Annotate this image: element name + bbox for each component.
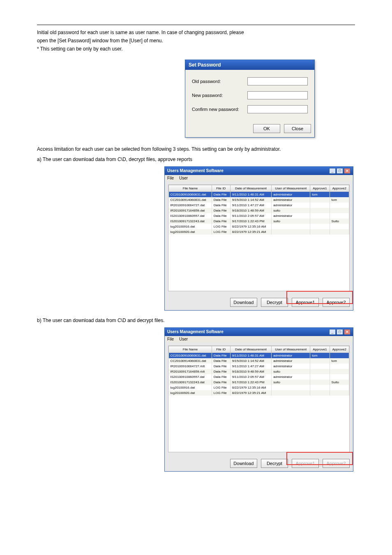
download-button[interactable]: Download [230, 298, 257, 307]
column-header[interactable]: Approve1 [310, 346, 330, 352]
cell [310, 369, 330, 374]
table-row[interactable]: IR20100910064727.datData File9/11/2010 1… [169, 203, 349, 208]
minimize-icon[interactable]: _ [329, 329, 336, 335]
cell: 9/15/2010 1:14:52 AM [230, 197, 271, 203]
cell: 9/11/2010 2:05:57 AM [230, 374, 271, 380]
app-window-a: Users Management Software _ □ ✕ File Use… [164, 166, 353, 311]
cell: log20100916.dat [169, 385, 212, 390]
table-row[interactable]: IR20100917164859.ridtData File9/18/2010 … [169, 369, 349, 374]
column-header[interactable]: File ID [212, 185, 230, 191]
table-row[interactable]: IS20100917132243.datData File9/17/2010 1… [169, 219, 349, 224]
close-button[interactable]: Close [284, 124, 311, 133]
bottom-bar: Download Decrypt Approve1 Approve2 [165, 456, 353, 471]
cell: Data File [212, 203, 230, 208]
column-header[interactable]: File Name [169, 185, 212, 191]
cell: Data File [212, 374, 230, 380]
maximize-icon[interactable]: □ [337, 329, 343, 335]
close-icon[interactable]: ✕ [344, 168, 350, 174]
column-header[interactable]: File ID [212, 346, 230, 352]
approve2-button[interactable]: Approve2 [323, 298, 350, 307]
column-header[interactable]: Date of Measurement [230, 185, 271, 191]
table-row[interactable]: CC20100914060831.datData File9/15/2010 1… [169, 197, 349, 203]
table-row[interactable]: CC20100914060831.datData File9/15/2010 1… [169, 358, 349, 364]
column-header[interactable]: Approve2 [330, 185, 349, 191]
cell: 9/11/2010 1:46:31 AM [230, 191, 271, 197]
table-row[interactable]: CC20100910060631.datData File9/11/2010 1… [169, 352, 349, 358]
cell: Data File [212, 369, 230, 374]
approve1-button[interactable]: Approve1 [292, 459, 319, 468]
close-icon[interactable]: ✕ [344, 329, 350, 335]
cell: Data File [212, 380, 230, 385]
cell: Data File [212, 208, 230, 213]
cell: 8/22/1979 12:35:21 AM [230, 229, 271, 235]
cell: 9/11/2010 1:46:31 AM [230, 352, 271, 358]
cell: tom [310, 191, 330, 197]
confirm-password-input[interactable] [247, 105, 308, 113]
bottom-bar: Download Decrypt Approve1 Approve2 [165, 295, 353, 310]
table-row[interactable]: log20100916.datLOG File8/22/1979 12:35:1… [169, 224, 349, 229]
minimize-icon[interactable]: _ [329, 168, 336, 174]
cell [330, 213, 349, 219]
cell: 9/11/2010 2:05:57 AM [230, 213, 271, 219]
app-title: Users Management Software [167, 168, 224, 173]
table-row[interactable]: IS20100910060557.datData File9/11/2010 2… [169, 213, 349, 219]
cell: administrator [272, 358, 310, 364]
new-password-label: New password: [192, 93, 247, 98]
table-row[interactable]: IS20100910060557.datData File9/11/2010 2… [169, 374, 349, 380]
table-row[interactable]: IR20100917164859.datData File9/18/2010 1… [169, 208, 349, 213]
cell [310, 385, 330, 390]
cell: LOG File [212, 229, 230, 235]
table-row[interactable]: IR20100910064727.ridtData File9/11/2010 … [169, 364, 349, 369]
decrypt-button[interactable]: Decrypt [261, 298, 288, 307]
column-header[interactable]: User of Measurement [272, 346, 310, 352]
cell: administrator [272, 374, 310, 380]
cell: suito [272, 208, 310, 213]
cell [310, 213, 330, 219]
column-header[interactable]: Date of Measurement [230, 346, 271, 352]
menu-file[interactable]: File [167, 337, 174, 341]
approve2-button[interactable]: Approve2 [323, 459, 350, 468]
cell: IR20100910064727.dat [169, 203, 212, 208]
menu-file[interactable]: File [167, 176, 174, 180]
download-button[interactable]: Download [230, 459, 257, 468]
titlebar: Users Management Software _ □ ✕ [165, 328, 353, 336]
decrypt-button[interactable]: Decrypt [261, 459, 288, 468]
old-password-input[interactable] [247, 77, 308, 85]
column-header[interactable]: File Name [169, 346, 212, 352]
cell: 9/17/2010 1:22:43 PM [230, 380, 271, 385]
cell [310, 374, 330, 380]
new-password-input[interactable] [247, 91, 308, 99]
column-header[interactable]: Approve1 [310, 185, 330, 191]
cell: Data File [212, 197, 230, 203]
maximize-icon[interactable]: □ [337, 168, 343, 174]
cell: tom [330, 197, 349, 203]
cell [272, 224, 310, 229]
titlebar: Users Management Software _ □ ✕ [165, 167, 353, 175]
cell: IS20100917132243.dat [169, 219, 212, 224]
cell [272, 390, 310, 396]
cell: 9/17/2010 1:22:43 PM [230, 219, 271, 224]
cell: IS20100917132243.dat [169, 380, 212, 385]
table-row[interactable]: log20100916.datLOG File8/22/1979 12:35:1… [169, 385, 349, 390]
cell: Data File [212, 352, 230, 358]
cell [330, 364, 349, 369]
file-table: File NameFile IDDate of MeasurementUser … [168, 346, 349, 396]
column-header[interactable]: Approve2 [330, 346, 349, 352]
cell: tom [310, 352, 330, 358]
cell: administrator [272, 197, 310, 203]
table-row[interactable]: log20100920.datLOG File8/22/1979 12:35:2… [169, 390, 349, 396]
cell: 8/22/1979 12:35:21 AM [230, 390, 271, 396]
table-row[interactable]: CC20100910060631.datData File9/11/2010 1… [169, 191, 349, 197]
menu-user[interactable]: User [179, 337, 188, 341]
cell: Data File [212, 364, 230, 369]
ok-button[interactable]: OK [253, 124, 280, 133]
column-header[interactable]: User of Measurement [272, 185, 310, 191]
cell: administrator [272, 191, 310, 197]
cell: 9/11/2010 1:47:27 AM [230, 203, 271, 208]
cell [272, 385, 310, 390]
table-row[interactable]: IS20100917132243.datData File9/17/2010 1… [169, 380, 349, 385]
cell: IR20100910064727.ridt [169, 364, 212, 369]
approve1-button[interactable]: Approve1 [292, 298, 319, 307]
table-row[interactable]: log20100920.datLOG File8/22/1979 12:35:2… [169, 229, 349, 235]
menu-user[interactable]: User [179, 176, 188, 180]
